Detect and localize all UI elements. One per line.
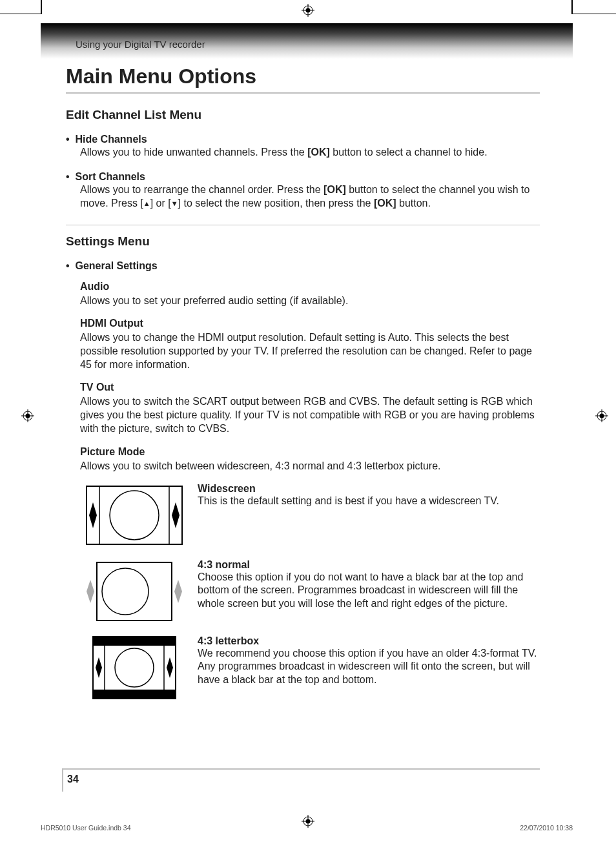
svg-point-19 xyxy=(110,491,159,540)
letterbox-icon xyxy=(80,635,189,702)
svg-rect-16 xyxy=(87,486,182,544)
ok-key: [OK] xyxy=(374,198,396,209)
general-settings-label: General Settings xyxy=(66,260,540,272)
crop-mark xyxy=(41,0,42,14)
svg-rect-23 xyxy=(93,637,176,646)
svg-point-27 xyxy=(115,648,154,687)
letterbox-title: 4:3 letterbox xyxy=(198,635,540,647)
normal-icon xyxy=(80,559,189,626)
svg-rect-22 xyxy=(93,637,176,699)
divider xyxy=(62,768,63,792)
down-arrow-icon: ▼ xyxy=(171,199,178,209)
svg-rect-20 xyxy=(97,562,172,620)
section-header: Using your Digital TV recorder xyxy=(76,39,205,50)
crop-mark xyxy=(0,14,41,14)
svg-point-21 xyxy=(102,568,149,615)
divider xyxy=(66,92,540,94)
text: ] to select the new position, then press… xyxy=(178,198,374,209)
hdmi-title: HDMI Output xyxy=(80,318,540,329)
crop-mark xyxy=(571,14,616,14)
up-arrow-icon: ▲ xyxy=(143,199,150,209)
page-title: Main Menu Options xyxy=(66,65,540,88)
registration-mark-icon xyxy=(302,4,314,17)
page-number: 34 xyxy=(67,774,79,785)
picmode-title: Picture Mode xyxy=(80,446,540,458)
picmode-body: Allows you to switch between widescreen,… xyxy=(80,459,540,473)
divider xyxy=(62,768,540,770)
hide-channels-body: Allows you to hide unwanted channels. Pr… xyxy=(80,145,540,159)
tvout-body: Allows you to switch the SCART output be… xyxy=(80,395,540,435)
normal-title: 4:3 normal xyxy=(198,559,540,571)
edit-channel-heading: Edit Channel List Menu xyxy=(66,108,540,122)
settings-heading: Settings Menu xyxy=(66,234,540,249)
crop-mark xyxy=(571,0,573,14)
ok-key: [OK] xyxy=(307,147,330,158)
doc-datetime: 22/07/2010 10:38 xyxy=(520,824,573,832)
registration-mark-icon xyxy=(595,409,608,422)
text: Allows you to rearrange the channel orde… xyxy=(80,184,323,195)
normal-body: Choose this option if you do not want to… xyxy=(198,571,540,611)
widescreen-title: Widescreen xyxy=(198,483,540,495)
text: Allows you to hide unwanted channels. Pr… xyxy=(80,147,307,158)
text: button to select a channel to hide. xyxy=(330,147,488,158)
letterbox-body: We recommend you choose this option if y… xyxy=(198,647,540,687)
tvout-title: TV Out xyxy=(80,382,540,393)
doc-file-label: HDR5010 User Guide.indb 34 xyxy=(41,824,131,832)
widescreen-body: This is the default setting and is best … xyxy=(198,495,540,508)
registration-mark-icon xyxy=(21,409,34,422)
audio-title: Audio xyxy=(80,281,540,292)
divider xyxy=(66,225,540,225)
hdmi-body: Allows you to change the HDMI output res… xyxy=(80,331,540,371)
sort-channels-body: Allows you to rearrange the channel orde… xyxy=(80,183,540,210)
sort-channels-label: Sort Channels xyxy=(66,171,540,183)
audio-body: Allows you to set your preferred audio s… xyxy=(80,294,540,307)
svg-rect-24 xyxy=(93,690,176,699)
text: ] or [ xyxy=(150,198,171,209)
widescreen-icon xyxy=(80,483,189,550)
ok-key: [OK] xyxy=(323,184,346,195)
hide-channels-label: Hide Channels xyxy=(66,134,540,145)
text: button. xyxy=(396,198,431,209)
